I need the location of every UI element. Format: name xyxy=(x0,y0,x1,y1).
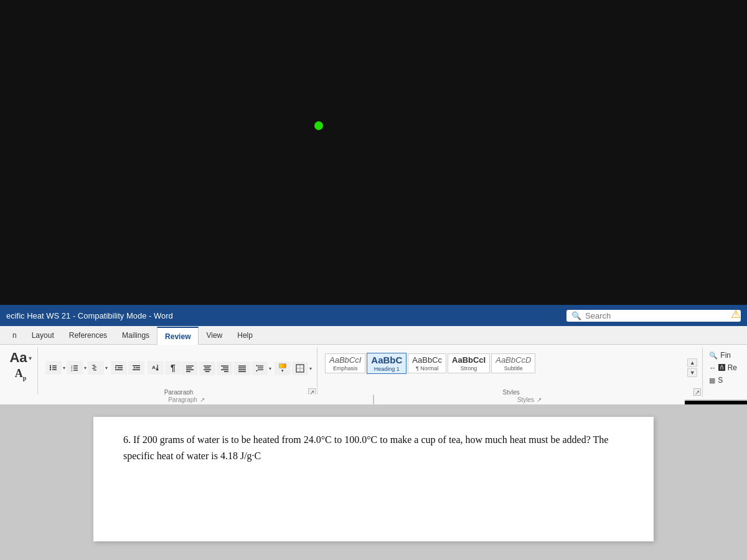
styles-label-bar: Styles ↗ xyxy=(374,394,685,404)
multilevel-list-dropdown[interactable]: ▾ xyxy=(105,365,108,371)
search-icon: 🔍 xyxy=(571,311,581,320)
replace-btn[interactable]: ↔ 🅰 Re xyxy=(709,363,737,372)
svg-rect-29 xyxy=(186,368,192,369)
svg-rect-39 xyxy=(224,371,228,373)
svg-rect-13 xyxy=(93,366,96,367)
svg-rect-28 xyxy=(186,366,194,367)
increase-indent-btn[interactable] xyxy=(128,361,144,375)
svg-rect-15 xyxy=(93,370,96,370)
tab-review[interactable]: Review xyxy=(157,327,199,345)
styles-scroll: ▲ ▼ xyxy=(687,358,697,377)
style-subtitle[interactable]: AaBbCcD Subtitle xyxy=(491,353,535,373)
tab-layout[interactable]: Layout xyxy=(24,326,62,344)
sort-btn[interactable]: A Z xyxy=(148,361,164,375)
font-aa-label: Aa xyxy=(9,350,27,366)
shading-btn[interactable]: ▾ xyxy=(275,362,291,375)
bullet-list-dropdown[interactable]: ▾ xyxy=(63,365,65,371)
align-right-btn[interactable] xyxy=(217,362,233,375)
svg-rect-12 xyxy=(92,365,95,366)
svg-rect-19 xyxy=(115,370,123,371)
svg-rect-3 xyxy=(52,367,57,368)
borders-dropdown[interactable]: ▾ xyxy=(309,366,312,371)
svg-rect-16 xyxy=(115,365,123,366)
svg-rect-44 xyxy=(258,366,263,366)
align-left-btn[interactable] xyxy=(182,362,198,375)
tab-help[interactable]: Help xyxy=(230,326,260,344)
tab-references[interactable]: References xyxy=(62,326,115,344)
svg-point-2 xyxy=(50,367,51,368)
svg-rect-31 xyxy=(186,371,190,373)
svg-rect-22 xyxy=(136,367,140,368)
document-question: 6. If 200 grams of water is to be heated… xyxy=(123,432,624,464)
multilevel-list-btn[interactable] xyxy=(88,361,104,375)
document-content: 6. If 200 grams of water is to be heated… xyxy=(0,404,747,560)
ribbon-toolbar: Aa ▾ Ap ▾ 1.2.3. ▾ xyxy=(0,345,747,401)
svg-rect-23 xyxy=(133,370,140,371)
tab-view[interactable]: View xyxy=(199,326,230,344)
svg-rect-38 xyxy=(221,370,228,371)
line-spacing-btn[interactable] xyxy=(251,362,268,375)
svg-rect-18 xyxy=(118,367,123,368)
align-center-btn[interactable] xyxy=(199,362,215,375)
svg-rect-14 xyxy=(92,368,95,369)
numbered-list-btn[interactable]: 1.2.3. xyxy=(67,361,83,375)
window-title: ecific Heat WS 21 - Compatibility Mode -… xyxy=(6,311,554,320)
search-bar[interactable]: 🔍 xyxy=(566,310,741,322)
replace-icon: 🅰 xyxy=(718,364,725,371)
styles-gallery: AaBbCcI Emphasis AaBbC Heading 1 AaBbCc … xyxy=(325,353,685,383)
find-btn[interactable]: 🔍 Fin xyxy=(709,351,737,360)
style-strong[interactable]: AaBbCcI Strong xyxy=(448,353,490,373)
replace-label: 🅰 Re xyxy=(718,363,737,372)
tab-home[interactable]: n xyxy=(5,326,24,344)
svg-marker-48 xyxy=(256,370,258,372)
svg-rect-37 xyxy=(223,368,228,369)
search-input[interactable] xyxy=(585,311,735,320)
font-section: Aa ▾ Ap xyxy=(4,347,38,397)
paragraph-section: ▾ 1.2.3. ▾ ▾ xyxy=(40,347,317,397)
svg-rect-20 xyxy=(133,365,140,366)
svg-rect-45 xyxy=(258,368,263,368)
ribbon-tabs: n Layout References Mailings Review View… xyxy=(0,326,747,345)
style-normal[interactable]: AaBbCc ¶ Normal xyxy=(408,353,446,373)
font-ap-label: Ap xyxy=(15,367,27,381)
tab-mailings[interactable]: Mailings xyxy=(115,326,157,344)
svg-rect-33 xyxy=(205,368,210,369)
svg-rect-40 xyxy=(238,366,246,367)
paragraph-mark-btn[interactable]: ¶ xyxy=(165,361,181,375)
style-emphasis[interactable]: AaBbCcI Emphasis xyxy=(325,353,365,373)
numbered-list-dropdown[interactable]: ▾ xyxy=(84,365,87,371)
dark-background xyxy=(0,0,747,305)
bullet-list-btn[interactable] xyxy=(45,361,62,375)
svg-rect-1 xyxy=(52,365,57,366)
svg-rect-9 xyxy=(73,368,78,369)
svg-rect-30 xyxy=(186,370,194,371)
svg-rect-32 xyxy=(204,366,211,367)
svg-rect-11 xyxy=(73,370,78,371)
dropdown-arrow-font[interactable]: ▾ xyxy=(29,355,32,362)
svg-rect-34 xyxy=(204,370,211,371)
svg-rect-7 xyxy=(73,365,78,366)
svg-rect-35 xyxy=(205,371,210,373)
decrease-indent-btn[interactable] xyxy=(111,361,127,375)
svg-point-4 xyxy=(50,369,51,370)
styles-scroll-up[interactable]: ▲ xyxy=(687,358,697,367)
styles-expand[interactable]: ↗ xyxy=(693,388,701,396)
warning-icon: ⚠ xyxy=(731,307,741,321)
styles-expand-icon: ↗ xyxy=(537,396,542,403)
line-spacing-dropdown[interactable]: ▾ xyxy=(269,366,271,371)
green-indicator xyxy=(314,121,323,130)
select-btn[interactable]: ▦ S xyxy=(709,376,737,385)
justify-btn[interactable] xyxy=(234,362,250,375)
style-heading1[interactable]: AaBbC Heading 1 xyxy=(367,353,406,374)
borders-btn[interactable] xyxy=(292,362,308,375)
editing-section: 🔍 Fin ↔ 🅰 Re ▦ S xyxy=(705,347,743,397)
svg-rect-5 xyxy=(52,369,57,370)
svg-rect-42 xyxy=(238,370,246,371)
svg-marker-21 xyxy=(133,367,135,369)
svg-text:3.: 3. xyxy=(71,369,73,372)
svg-marker-17 xyxy=(115,367,117,369)
title-bar: ecific Heat WS 21 - Compatibility Mode -… xyxy=(0,305,747,326)
styles-scroll-down[interactable]: ▼ xyxy=(687,368,697,377)
document-page: 6. If 200 grams of water is to be heated… xyxy=(93,417,654,541)
svg-rect-36 xyxy=(221,366,228,367)
